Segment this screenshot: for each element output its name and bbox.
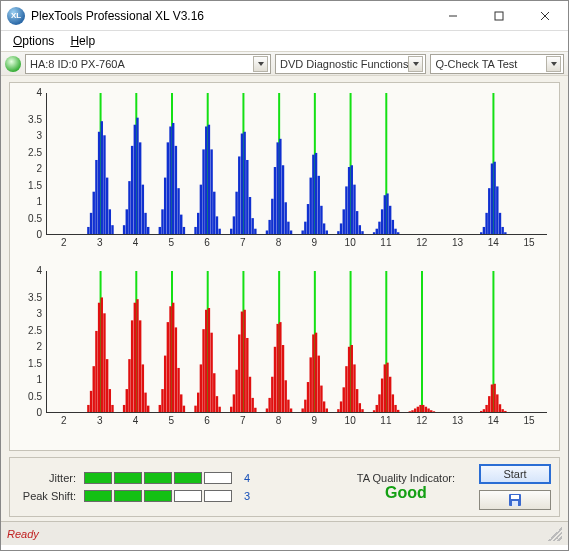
svg-rect-144 — [134, 303, 136, 412]
svg-rect-40 — [200, 185, 202, 234]
svg-rect-247 — [501, 409, 503, 412]
svg-rect-136 — [106, 359, 108, 412]
device-combo[interactable]: HA:8 ID:0 PX-760A — [25, 54, 271, 74]
svg-rect-182 — [254, 408, 256, 412]
start-button[interactable]: Start — [479, 464, 551, 484]
svg-rect-95 — [378, 222, 380, 234]
svg-rect-35 — [180, 215, 182, 234]
app-icon: XL — [7, 7, 25, 25]
window-controls — [430, 1, 568, 31]
svg-rect-23 — [142, 185, 144, 234]
svg-rect-87 — [351, 165, 353, 234]
svg-rect-222 — [386, 363, 388, 412]
function-group-combo[interactable]: DVD Diagnostic Functions — [275, 54, 426, 74]
svg-rect-69 — [290, 230, 292, 234]
svg-rect-7 — [93, 192, 95, 234]
function-group-text: DVD Diagnostic Functions — [280, 58, 408, 70]
chevron-down-icon — [253, 56, 268, 72]
svg-rect-31 — [169, 126, 171, 234]
svg-rect-60 — [266, 230, 268, 234]
svg-rect-74 — [310, 178, 312, 234]
svg-rect-61 — [268, 220, 270, 234]
svg-rect-44 — [210, 149, 212, 234]
svg-rect-63 — [274, 167, 276, 234]
svg-rect-188 — [276, 324, 278, 412]
ta-quality-label: TA Quality Indicator: — [357, 472, 455, 484]
svg-rect-265 — [512, 501, 518, 506]
svg-rect-245 — [496, 394, 498, 412]
svg-rect-94 — [376, 229, 378, 234]
content: 00.511.522.533.54 23456789101112131415 0… — [1, 76, 568, 521]
svg-rect-71 — [301, 230, 303, 234]
meter-segment — [114, 490, 142, 502]
svg-rect-9 — [98, 132, 100, 234]
svg-rect-219 — [378, 394, 380, 412]
svg-rect-221 — [384, 364, 386, 412]
svg-rect-202 — [320, 386, 322, 412]
svg-rect-142 — [128, 359, 130, 412]
svg-rect-93 — [373, 232, 375, 234]
svg-rect-165 — [202, 329, 204, 412]
svg-rect-91 — [361, 231, 363, 234]
svg-rect-177 — [241, 312, 243, 412]
svg-rect-65 — [279, 139, 281, 234]
svg-rect-109 — [493, 162, 495, 234]
svg-rect-101 — [394, 229, 396, 234]
svg-rect-10 — [101, 121, 103, 234]
svg-rect-21 — [136, 118, 138, 234]
svg-rect-131 — [93, 366, 95, 412]
save-button[interactable] — [479, 490, 551, 510]
menu-help[interactable]: Help — [62, 32, 103, 50]
svg-rect-230 — [414, 408, 416, 412]
meter-segment — [84, 472, 112, 484]
svg-rect-36 — [183, 227, 185, 234]
svg-rect-135 — [103, 313, 105, 412]
svg-rect-89 — [356, 211, 358, 234]
meter-segment — [114, 472, 142, 484]
svg-rect-100 — [392, 220, 394, 234]
resize-grip-icon[interactable] — [548, 527, 562, 541]
svg-rect-108 — [491, 164, 493, 235]
chart-top: 00.511.522.533.54 23456789101112131415 — [46, 87, 553, 251]
svg-rect-34 — [177, 188, 179, 234]
peakshift-label: Peak Shift: — [18, 490, 76, 502]
svg-rect-179 — [246, 338, 248, 412]
svg-rect-97 — [384, 195, 386, 234]
jitter-row: Jitter: 4 — [18, 472, 250, 484]
minimize-button[interactable] — [430, 1, 476, 31]
svg-rect-171 — [218, 407, 220, 412]
function-combo[interactable]: Q-Check TA Test — [430, 54, 564, 74]
svg-rect-206 — [337, 409, 339, 412]
ta-quality-value: Good — [357, 484, 455, 502]
window-title: PlexTools Professional XL V3.16 — [31, 9, 430, 23]
svg-rect-213 — [356, 389, 358, 412]
svg-rect-168 — [210, 333, 212, 412]
close-button[interactable] — [522, 1, 568, 31]
svg-rect-67 — [285, 202, 287, 234]
svg-rect-169 — [213, 373, 215, 412]
svg-rect-200 — [315, 333, 317, 412]
svg-rect-220 — [381, 379, 383, 412]
maximize-button[interactable] — [476, 1, 522, 31]
svg-rect-79 — [323, 223, 325, 234]
svg-rect-175 — [235, 370, 237, 412]
device-combo-text: HA:8 ID:0 PX-760A — [30, 58, 253, 70]
svg-rect-242 — [488, 396, 490, 412]
statusbar: Ready — [1, 521, 568, 545]
svg-rect-129 — [87, 405, 89, 412]
svg-rect-85 — [345, 186, 347, 234]
svg-rect-14 — [111, 225, 113, 234]
svg-rect-112 — [501, 227, 503, 234]
svg-rect-88 — [353, 185, 355, 234]
svg-rect-207 — [340, 401, 342, 412]
svg-rect-80 — [326, 230, 328, 234]
svg-rect-180 — [249, 377, 251, 412]
peakshift-meter — [84, 490, 232, 502]
svg-rect-244 — [493, 384, 495, 412]
svg-rect-64 — [276, 142, 278, 234]
menu-options[interactable]: Options — [5, 32, 62, 50]
chart-bottom-plot — [46, 271, 547, 413]
svg-rect-217 — [373, 410, 375, 412]
svg-rect-133 — [98, 303, 100, 412]
chevron-down-icon — [408, 56, 423, 72]
